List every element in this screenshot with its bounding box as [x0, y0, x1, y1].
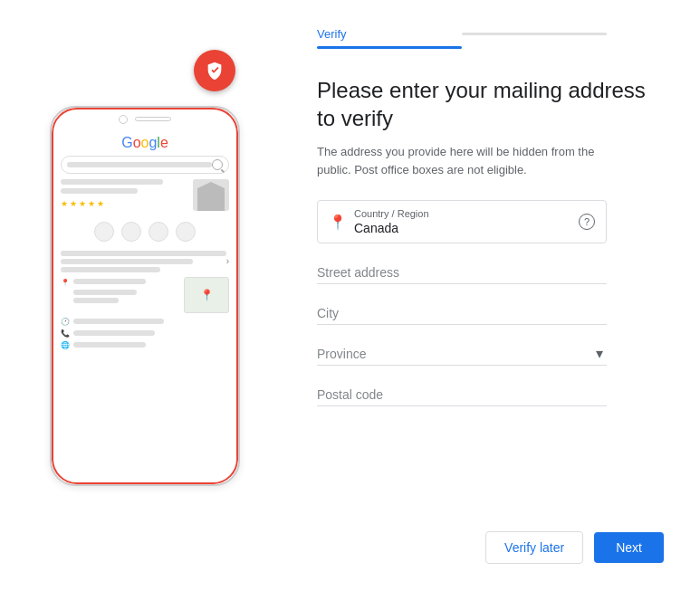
google-e: e	[160, 135, 168, 150]
mock-line	[73, 298, 119, 303]
tab-second-line	[462, 33, 607, 35]
business-card: ★ ★ ★ ★ ★	[61, 179, 229, 213]
mock-line	[61, 267, 160, 272]
clock-icon: 🕐	[61, 318, 70, 326]
google-o1: o	[133, 135, 141, 150]
map-text-lines: 📍	[61, 277, 179, 313]
share-icon	[176, 222, 196, 242]
security-badge	[194, 50, 235, 91]
tab-verify: Verify	[317, 27, 462, 49]
star-icon: ★	[88, 199, 95, 208]
left-panel: Google ★ ★ ★	[0, 0, 290, 591]
phone-content: Google ★ ★ ★	[52, 129, 238, 484]
mock-line	[73, 290, 137, 295]
mock-line	[73, 319, 164, 324]
country-label: Country / Region	[354, 208, 571, 219]
street-address-group	[317, 258, 607, 284]
business-icon	[193, 179, 229, 211]
province-group: Province Alberta British Columbia Manito…	[317, 339, 607, 366]
right-panel: Verify Please enter your mailing address…	[290, 0, 700, 591]
mock-line	[61, 179, 163, 185]
next-button[interactable]: Next	[594, 532, 664, 563]
chevron-right-icon: ›	[226, 256, 229, 266]
city-input[interactable]	[317, 299, 607, 325]
call-icon	[94, 222, 114, 242]
help-icon[interactable]: ?	[579, 214, 595, 230]
directions-icon	[121, 222, 141, 242]
search-icon	[212, 159, 223, 170]
mock-line	[61, 251, 226, 256]
description-text: The address you provide here will be hid…	[317, 143, 607, 178]
address-form: 📍 Country / Region Canada ? Province Alb…	[317, 200, 607, 421]
country-field[interactable]: 📍 Country / Region Canada ?	[317, 200, 607, 243]
province-select[interactable]: Province Alberta British Columbia Manito…	[317, 339, 607, 366]
globe-icon: 🌐	[61, 341, 70, 349]
city-group	[317, 299, 607, 325]
phone-camera	[119, 115, 128, 124]
mock-line	[73, 279, 146, 284]
country-inner: Country / Region Canada	[354, 208, 571, 235]
postal-code-group	[317, 380, 607, 406]
google-logo: Google	[61, 135, 229, 151]
tab-second	[462, 27, 607, 49]
star-icon: ★	[97, 199, 104, 208]
verify-later-button[interactable]: Verify later	[485, 531, 583, 564]
search-bar-mock	[61, 156, 229, 174]
phone-top-bar	[52, 108, 238, 129]
mock-line	[61, 259, 193, 264]
stars-row: ★ ★ ★ ★ ★	[61, 199, 188, 208]
location-icon: 📍	[61, 277, 70, 287]
phone-mockup: Google ★ ★ ★	[50, 106, 240, 486]
location-pin-icon: 📍	[329, 214, 347, 231]
tab-verify-line	[317, 46, 462, 49]
mock-line	[73, 342, 146, 348]
google-g: G	[121, 135, 132, 150]
hours-row: 🕐	[61, 318, 229, 326]
phone-row: 📞	[61, 329, 229, 338]
tabs-row: Verify	[317, 27, 664, 49]
website-row: 🌐	[61, 341, 229, 349]
section-arrow: ›	[61, 251, 229, 272]
star-icon: ★	[79, 199, 86, 208]
star-icon: ★	[61, 199, 68, 208]
mock-line	[61, 188, 138, 194]
google-g2: g	[149, 135, 157, 150]
bottom-actions: Verify later Next	[317, 513, 664, 564]
star-icon: ★	[70, 199, 77, 208]
section-lines	[61, 251, 226, 272]
tab-verify-label: Verify	[317, 27, 462, 41]
map-address-row: 📍	[61, 277, 179, 287]
country-value: Canada	[354, 221, 571, 235]
phone-icon: 📞	[61, 329, 70, 338]
postal-code-input[interactable]	[317, 380, 607, 406]
search-bar-line	[67, 162, 212, 167]
map-pin-icon: 📍	[200, 289, 214, 301]
business-name-lines	[61, 179, 188, 194]
building-shape	[197, 188, 225, 211]
page-title: Please enter your mailing address to ver…	[317, 76, 664, 132]
save-icon	[149, 222, 168, 242]
map-thumbnail: 📍	[184, 277, 229, 313]
street-address-input[interactable]	[317, 258, 607, 284]
action-icons-row	[61, 218, 229, 245]
shield-icon	[205, 61, 225, 81]
map-section: 📍 📍	[61, 277, 229, 313]
phone-speaker	[135, 117, 171, 121]
mock-line	[73, 330, 155, 336]
